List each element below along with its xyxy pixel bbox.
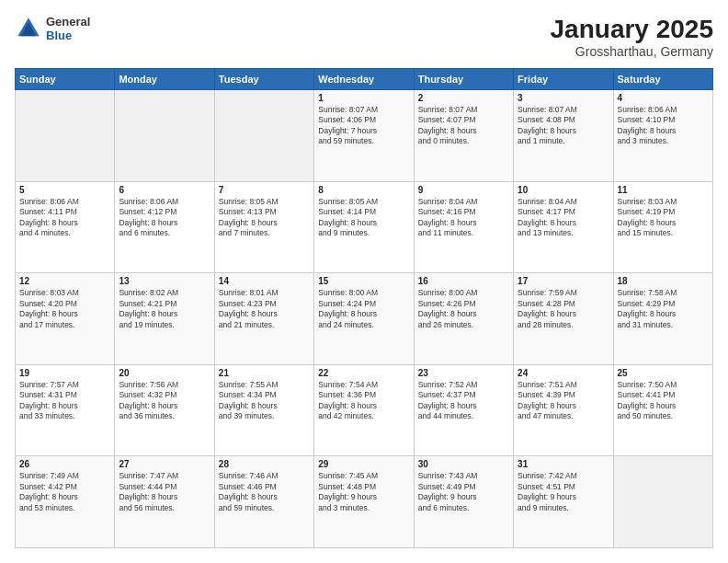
day-number: 12 [19, 276, 110, 286]
day-info: Sunrise: 8:03 AM Sunset: 4:20 PM Dayligh… [19, 288, 110, 330]
day-number: 8 [318, 185, 409, 195]
day-info: Sunrise: 8:03 AM Sunset: 4:19 PM Dayligh… [618, 197, 709, 239]
day-info: Sunrise: 7:59 AM Sunset: 4:28 PM Dayligh… [518, 288, 609, 330]
table-row: 31Sunrise: 7:42 AM Sunset: 4:51 PM Dayli… [514, 456, 613, 548]
table-row: 25Sunrise: 7:50 AM Sunset: 4:41 PM Dayli… [613, 364, 712, 456]
col-friday: Friday [514, 69, 613, 90]
table-row: 2Sunrise: 8:07 AM Sunset: 4:07 PM Daylig… [414, 90, 513, 182]
calendar-week-row: 1Sunrise: 8:07 AM Sunset: 4:06 PM Daylig… [16, 90, 713, 182]
day-number: 5 [19, 185, 110, 195]
calendar-subtitle: Grossharthau, Germany [551, 44, 713, 59]
calendar-week-row: 5Sunrise: 8:06 AM Sunset: 4:11 PM Daylig… [16, 181, 713, 273]
day-info: Sunrise: 7:51 AM Sunset: 4:39 PM Dayligh… [518, 380, 609, 422]
day-info: Sunrise: 7:43 AM Sunset: 4:49 PM Dayligh… [418, 471, 509, 513]
logo-icon [15, 15, 42, 42]
day-number: 14 [219, 276, 310, 286]
day-number: 10 [518, 185, 609, 195]
day-number: 30 [418, 459, 509, 469]
day-info: Sunrise: 8:06 AM Sunset: 4:10 PM Dayligh… [618, 105, 709, 147]
day-number: 25 [618, 368, 709, 378]
col-monday: Monday [115, 69, 214, 90]
logo-text: General Blue [46, 15, 90, 42]
table-row: 14Sunrise: 8:01 AM Sunset: 4:23 PM Dayli… [214, 273, 313, 365]
day-number: 27 [119, 459, 210, 469]
logo-blue: Blue [46, 29, 90, 42]
day-number: 3 [518, 93, 609, 103]
table-row: 11Sunrise: 8:03 AM Sunset: 4:19 PM Dayli… [613, 181, 712, 273]
day-info: Sunrise: 7:56 AM Sunset: 4:32 PM Dayligh… [119, 380, 210, 422]
table-row [613, 456, 712, 548]
table-row: 7Sunrise: 8:05 AM Sunset: 4:13 PM Daylig… [214, 181, 313, 273]
table-row [214, 90, 313, 182]
header: General Blue January 2025 Grossharthau, … [15, 15, 713, 59]
day-number: 11 [618, 185, 709, 195]
table-row: 3Sunrise: 8:07 AM Sunset: 4:08 PM Daylig… [514, 90, 613, 182]
col-thursday: Thursday [414, 69, 513, 90]
calendar-table: Sunday Monday Tuesday Wednesday Thursday… [15, 68, 713, 548]
day-info: Sunrise: 8:07 AM Sunset: 4:06 PM Dayligh… [318, 105, 409, 147]
logo-general: General [46, 15, 90, 29]
day-info: Sunrise: 8:01 AM Sunset: 4:23 PM Dayligh… [219, 288, 310, 330]
title-block: January 2025 Grossharthau, Germany [551, 15, 713, 59]
day-number: 13 [119, 276, 210, 286]
day-number: 7 [219, 185, 310, 195]
day-number: 17 [518, 276, 609, 286]
day-info: Sunrise: 7:54 AM Sunset: 4:36 PM Dayligh… [318, 380, 409, 422]
day-number: 19 [19, 368, 110, 378]
day-info: Sunrise: 8:04 AM Sunset: 4:16 PM Dayligh… [418, 197, 509, 239]
day-number: 4 [618, 93, 709, 103]
calendar-week-row: 12Sunrise: 8:03 AM Sunset: 4:20 PM Dayli… [16, 273, 713, 365]
day-info: Sunrise: 7:50 AM Sunset: 4:41 PM Dayligh… [618, 380, 709, 422]
day-number: 18 [618, 276, 709, 286]
table-row: 1Sunrise: 8:07 AM Sunset: 4:06 PM Daylig… [314, 90, 414, 182]
day-info: Sunrise: 8:00 AM Sunset: 4:24 PM Dayligh… [318, 288, 409, 330]
table-row: 30Sunrise: 7:43 AM Sunset: 4:49 PM Dayli… [414, 456, 513, 548]
table-row [16, 90, 115, 182]
table-row: 24Sunrise: 7:51 AM Sunset: 4:39 PM Dayli… [514, 364, 613, 456]
calendar-week-row: 19Sunrise: 7:57 AM Sunset: 4:31 PM Dayli… [16, 364, 713, 456]
table-row: 18Sunrise: 7:58 AM Sunset: 4:29 PM Dayli… [613, 273, 712, 365]
calendar-header-row: Sunday Monday Tuesday Wednesday Thursday… [16, 69, 713, 90]
calendar-title: January 2025 [551, 15, 713, 44]
day-number: 15 [318, 276, 409, 286]
day-number: 22 [318, 368, 409, 378]
table-row: 5Sunrise: 8:06 AM Sunset: 4:11 PM Daylig… [16, 181, 115, 273]
table-row: 21Sunrise: 7:55 AM Sunset: 4:34 PM Dayli… [214, 364, 313, 456]
day-info: Sunrise: 7:46 AM Sunset: 4:46 PM Dayligh… [219, 471, 310, 513]
table-row: 10Sunrise: 8:04 AM Sunset: 4:17 PM Dayli… [514, 181, 613, 273]
day-number: 20 [119, 368, 210, 378]
day-info: Sunrise: 7:45 AM Sunset: 4:48 PM Dayligh… [318, 471, 409, 513]
calendar-week-row: 26Sunrise: 7:49 AM Sunset: 4:42 PM Dayli… [16, 456, 713, 548]
table-row: 17Sunrise: 7:59 AM Sunset: 4:28 PM Dayli… [514, 273, 613, 365]
day-info: Sunrise: 7:57 AM Sunset: 4:31 PM Dayligh… [19, 380, 110, 422]
day-info: Sunrise: 7:58 AM Sunset: 4:29 PM Dayligh… [618, 288, 709, 330]
day-info: Sunrise: 8:07 AM Sunset: 4:07 PM Dayligh… [418, 105, 509, 147]
day-info: Sunrise: 8:06 AM Sunset: 4:12 PM Dayligh… [119, 197, 210, 239]
day-info: Sunrise: 8:05 AM Sunset: 4:14 PM Dayligh… [318, 197, 409, 239]
day-info: Sunrise: 8:05 AM Sunset: 4:13 PM Dayligh… [219, 197, 310, 239]
day-info: Sunrise: 7:52 AM Sunset: 4:37 PM Dayligh… [418, 380, 509, 422]
table-row: 12Sunrise: 8:03 AM Sunset: 4:20 PM Dayli… [16, 273, 115, 365]
day-number: 1 [318, 93, 409, 103]
day-number: 24 [518, 368, 609, 378]
day-number: 23 [418, 368, 509, 378]
logo: General Blue [15, 15, 90, 42]
table-row: 4Sunrise: 8:06 AM Sunset: 4:10 PM Daylig… [613, 90, 712, 182]
table-row: 26Sunrise: 7:49 AM Sunset: 4:42 PM Dayli… [16, 456, 115, 548]
table-row: 22Sunrise: 7:54 AM Sunset: 4:36 PM Dayli… [314, 364, 414, 456]
table-row: 28Sunrise: 7:46 AM Sunset: 4:46 PM Dayli… [214, 456, 313, 548]
day-number: 28 [219, 459, 310, 469]
day-info: Sunrise: 8:00 AM Sunset: 4:26 PM Dayligh… [418, 288, 509, 330]
day-info: Sunrise: 8:04 AM Sunset: 4:17 PM Dayligh… [518, 197, 609, 239]
table-row: 27Sunrise: 7:47 AM Sunset: 4:44 PM Dayli… [115, 456, 214, 548]
table-row: 19Sunrise: 7:57 AM Sunset: 4:31 PM Dayli… [16, 364, 115, 456]
day-number: 9 [418, 185, 509, 195]
page: General Blue January 2025 Grossharthau, … [0, 0, 728, 563]
day-number: 21 [219, 368, 310, 378]
table-row: 15Sunrise: 8:00 AM Sunset: 4:24 PM Dayli… [314, 273, 414, 365]
col-saturday: Saturday [613, 69, 712, 90]
day-number: 31 [518, 459, 609, 469]
day-info: Sunrise: 7:42 AM Sunset: 4:51 PM Dayligh… [518, 471, 609, 513]
day-info: Sunrise: 7:55 AM Sunset: 4:34 PM Dayligh… [219, 380, 310, 422]
day-info: Sunrise: 7:47 AM Sunset: 4:44 PM Dayligh… [119, 471, 210, 513]
